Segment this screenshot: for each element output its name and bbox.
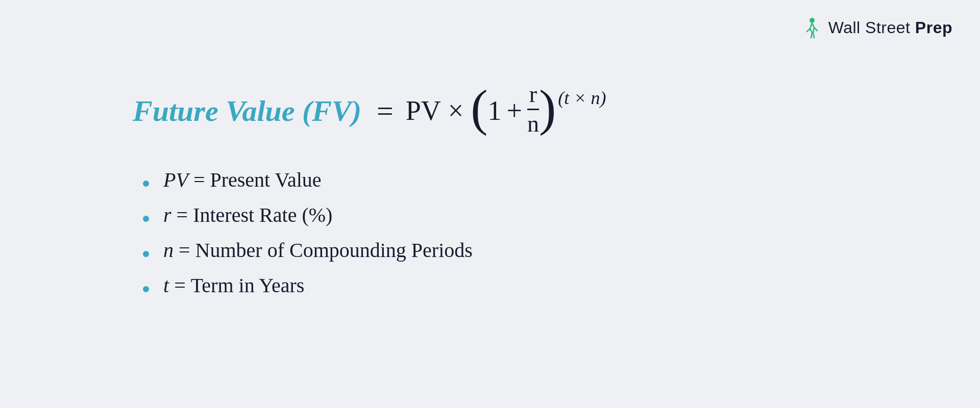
bullet-description: Interest Rate (%) <box>193 203 332 227</box>
right-paren: ) <box>539 83 556 134</box>
bullet-item: r = Interest Rate (%) <box>143 203 878 227</box>
bullet-separator: = <box>177 203 188 227</box>
bullet-separator: = <box>174 273 186 297</box>
main-content: Future Value (FV) = PV × ( 1 + r n <box>0 84 980 308</box>
times-symbol: × <box>448 95 463 126</box>
fraction-r-over-n: r n <box>527 82 539 137</box>
formula-row: Future Value (FV) = PV × ( 1 + r n <box>102 84 878 137</box>
bullet-dot <box>143 181 149 187</box>
bullet-description: Term in Years <box>191 273 305 297</box>
fraction-denominator: n <box>527 111 539 137</box>
bullet-separator: = <box>179 238 190 262</box>
formula-rhs: PV × ( 1 + r n ) (t × n) <box>406 84 606 137</box>
plus-symbol: + <box>507 95 522 126</box>
bullet-label: r <box>163 203 172 227</box>
equals-sign: = <box>377 94 394 128</box>
bullet-separator: = <box>193 168 205 192</box>
svg-point-0 <box>810 18 815 23</box>
bullet-item: PV = Present Value <box>143 168 878 192</box>
exponent-area: (t × n) <box>558 87 606 109</box>
one-symbol: 1 <box>488 95 502 126</box>
wsp-logo-icon <box>801 16 823 39</box>
fraction-numerator: r <box>529 82 537 108</box>
formula-lhs: Future Value (FV) <box>133 94 361 128</box>
bullet-label: n <box>163 238 174 262</box>
bullet-item: n = Number of Compounding Periods <box>143 238 878 262</box>
logo-area: Wall Street Prep <box>801 16 952 39</box>
fraction-line <box>527 109 539 110</box>
pv-symbol: PV <box>406 95 441 126</box>
one-plus-fraction: 1 + r n <box>488 84 539 137</box>
page-container: Wall Street Prep Future Value (FV) = PV … <box>0 0 980 408</box>
bullet-item: t = Term in Years <box>143 273 878 297</box>
bullet-dot <box>143 216 149 222</box>
bullet-label: t <box>163 273 169 297</box>
exponent-text: (t × n) <box>558 87 606 109</box>
bullet-dot <box>143 286 149 292</box>
bullet-description: Present Value <box>210 168 321 192</box>
left-paren: ( <box>471 83 487 134</box>
bullet-description: Number of Compounding Periods <box>195 238 473 262</box>
bullet-list: PV = Present Valuer = Interest Rate (%)n… <box>102 168 878 297</box>
bullet-dot <box>143 251 149 257</box>
bullet-label: PV <box>163 168 188 192</box>
logo-text: Wall Street Prep <box>828 18 952 37</box>
